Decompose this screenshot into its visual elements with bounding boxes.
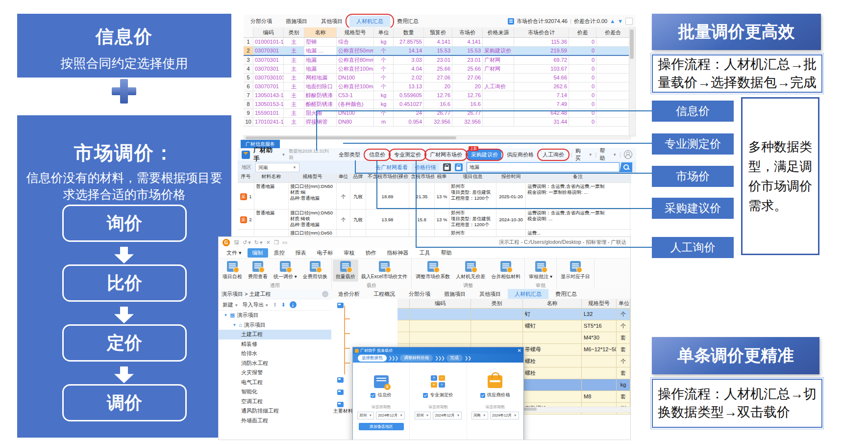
sidebar-item-给排水[interactable]: 给排水 [219, 349, 331, 359]
table-row[interactable]: 1017010241-1主焊接钢管DN80m0.95432.95632.9563… [244, 118, 630, 127]
table-row[interactable]: 50307030101主网框地漏DN100个2.0227.0627.0654.6… [244, 74, 630, 82]
move-up-icon[interactable]: ⬆ [273, 302, 277, 308]
search-input[interactable]: 地漏 [467, 162, 620, 172]
category-icon[interactable] [337, 402, 344, 407]
menu-帮助[interactable]: 帮助 [436, 248, 457, 258]
table-row[interactable]: 接口口径(mm):De50郑州市运费... [238, 230, 631, 237]
category-icon[interactable] [337, 303, 344, 308]
ribbon-button-项目自检[interactable]: 项目自检 [220, 260, 245, 282]
menu-审核[interactable]: 审核 [339, 248, 360, 258]
sidebar-item-演示项目[interactable]: ▼⌂演示项目 [219, 320, 331, 330]
sidebar-item-演示项目[interactable]: ▼▦演示项目 [219, 311, 331, 320]
sidebar-item-土建工程[interactable]: 土建工程 [219, 330, 331, 340]
ribbon-button-审核批注[interactable]: 审核批注 ▾ [526, 260, 555, 282]
sidebar-item-精装修[interactable]: 精装修 [219, 340, 331, 349]
sidebar-item-消防水工程[interactable]: 消防水工程 [219, 359, 331, 368]
tab-工程概况[interactable]: 工程概况 [367, 289, 402, 299]
card-checkbox[interactable]: 信息价 [371, 392, 392, 398]
period-dropdown[interactable]: 2024年12月▼ [376, 412, 405, 419]
period-dropdown[interactable]: 2024年12月▼ [433, 412, 462, 419]
arrow-up-icon[interactable]: ▲ [610, 18, 615, 24]
move-down-icon[interactable]: ⬇ [281, 302, 286, 308]
tab-人材机汇总[interactable]: 人材机汇总 [349, 16, 390, 27]
download-icon[interactable]: ⭳ [290, 301, 297, 308]
ribbon-button-载入Excel市场价文件[interactable]: 载入Excel市场价文件 [358, 260, 410, 282]
tab-费用汇总[interactable]: 费用汇总 [390, 16, 425, 27]
import-export-button[interactable]: 导入导出 ▼ [242, 301, 269, 309]
tab-措施项目[interactable]: 措施项目 [437, 289, 472, 299]
quick-access-toolbar[interactable]: 🖫 ↺▾ ↻▾ ✕ ❐ ▭ [234, 239, 288, 246]
checkbox-checked-icon[interactable] [423, 393, 428, 398]
goto-site-link[interactable]: 去广材网看看 [375, 164, 408, 171]
sidebar-item-智能化[interactable]: 智能化 [219, 387, 331, 397]
collapse-icon[interactable]: ︿ [322, 291, 328, 297]
table-row[interactable]: 螺钉ST5*16个 [397, 320, 630, 332]
sidebar-item-火灾报警[interactable]: 火灾报警 [219, 368, 331, 378]
ribbon-button-调整市场价系数[interactable]: 调整市场价系数 [413, 260, 453, 282]
ribbon-button-统一调价[interactable]: 统一调价 ▾ [271, 260, 300, 282]
region-dropdown[interactable]: 郑州▼ [415, 412, 431, 419]
table-row[interactable]: 603070701主地面扫除口公称直径100mm以内个13.132020人工询价… [244, 82, 630, 91]
table-row[interactable]: M4*30套 [397, 332, 630, 344]
expander-icon[interactable]: ▼ [223, 311, 228, 320]
table-row[interactable]: 钉L32个 [397, 309, 630, 320]
menu-编制[interactable]: 编制 [248, 248, 268, 258]
category-icon[interactable] [337, 390, 344, 395]
filter-全部类型[interactable]: 全部类型 [335, 150, 364, 160]
card-checkbox[interactable]: 专业测定价 [423, 392, 453, 398]
table-row[interactable]: 303070301主地漏公称直径80mm以内个3.0323.0123.01广材网… [244, 56, 630, 65]
checkbox-checked-icon[interactable] [480, 393, 485, 398]
new-button[interactable]: 新建 ▼ [223, 301, 238, 309]
table-row[interactable]: 713050143-1主醇酸防锈漆C53-1kg0.55960512.7612.… [244, 91, 630, 100]
tab-人材机汇总[interactable]: 人材机汇总 [508, 289, 548, 299]
close-icon[interactable]: ✕ [518, 348, 521, 353]
filter-人工询价[interactable]: 人工询价 [539, 150, 568, 160]
tab-分部分项[interactable]: 分部分项 [244, 16, 279, 27]
menu-文件[interactable]: 文件 ▾ [222, 248, 247, 258]
lock-icon[interactable] [443, 163, 451, 171]
region-dropdown[interactable]: 郑州▼ [357, 412, 374, 419]
tab-造价分析[interactable]: 造价分析 [331, 289, 367, 299]
checkbox-checked-icon[interactable] [371, 393, 375, 398]
ribbon-button-合并相似材料[interactable]: 合并相似材料 [488, 260, 523, 282]
arrow-down-icon[interactable]: ▼ [618, 18, 623, 24]
ribbon-button-人材机无价差[interactable]: 人材机无价差 [453, 260, 488, 282]
tab-费用汇总[interactable]: 费用汇总 [548, 289, 584, 299]
menu-报表[interactable]: 报表 [291, 248, 311, 258]
filter-采购建议价[interactable]: 采购建议价上新 [468, 150, 501, 160]
user-avatar[interactable] [624, 150, 632, 159]
filter-专业测定价[interactable]: 专业测定价 [391, 150, 424, 160]
sidebar-item-外墙面工程[interactable]: 外墙面工程 [219, 416, 331, 426]
add-region-button[interactable]: 添加备选地区 [359, 423, 404, 430]
table-row[interactable]: 403070301主地漏公称直径100mm以内个4.0425.6625.66广材… [244, 65, 630, 74]
table-row[interactable]: 101000101-1主型钢综合kg27.857554.1414.141115.… [244, 38, 630, 47]
menu-质控[interactable]: 质控 [269, 248, 290, 258]
sidebar-item-空调工程[interactable]: 空调工程 [219, 397, 331, 407]
menu-协作[interactable]: 协作 [361, 248, 381, 258]
grid-settings-icon[interactable] [625, 18, 633, 25]
table-row[interactable]: 采 1普通地漏接口口径(mm):DN50 材质:铜 品种:普通地漏个九牧18.8… [238, 183, 631, 209]
buy-menu[interactable]: 购买 [575, 147, 586, 162]
region-select[interactable]: 河南▼ [255, 163, 299, 172]
search-icon[interactable] [620, 162, 632, 172]
card-checkbox[interactable]: 供应商价格 [480, 392, 511, 398]
ribbon-button-费用查看[interactable]: 费用查看 [245, 260, 271, 282]
region-dropdown[interactable]: 河南▼ [471, 412, 488, 419]
caret-down-icon[interactable]: ▼ [282, 153, 286, 157]
tab-分部分项[interactable]: 分部分项 [402, 289, 437, 299]
help-menu[interactable]: 帮助 [599, 147, 610, 162]
category-icon[interactable] [337, 377, 344, 383]
tab-措施项目[interactable]: 措施项目 [279, 16, 314, 27]
vertical-scrollbar[interactable] [629, 27, 636, 136]
expander-icon[interactable]: ▼ [232, 320, 237, 330]
unlock-icon[interactable] [455, 163, 463, 171]
table-row[interactable]: 203070301主地漏 …公称直径50mm以内个14.1415.5315.53… [244, 47, 630, 56]
sidebar-item-通风防排烟工程[interactable]: 通风防排烟工程 [219, 406, 331, 416]
menu-电子标[interactable]: 电子标 [312, 248, 338, 258]
period-dropdown[interactable]: 2024年12月▼ [490, 412, 519, 419]
sidebar-item-电气工程[interactable]: 电气工程 [219, 378, 331, 388]
table-row[interactable]: 813050153-1主酚醛防锈漆(各种颜色)kg0.45102716.616.… [244, 100, 630, 109]
ribbon-button-显示对应子目[interactable]: 显示对应子目 [558, 260, 593, 282]
filter-广材网市场价[interactable]: 广材网市场价 [426, 150, 466, 160]
menu-指标神器[interactable]: 指标神器 [382, 248, 414, 258]
